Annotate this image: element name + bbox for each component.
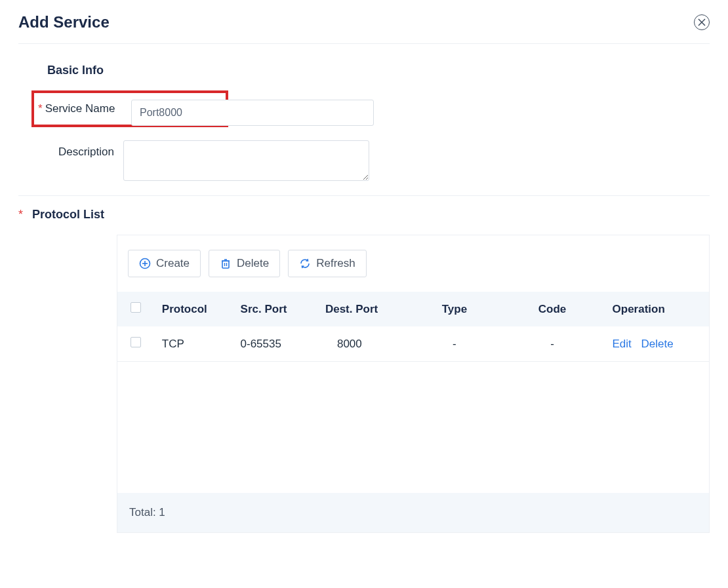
- trash-icon: [220, 258, 232, 269]
- delete-link[interactable]: Delete: [641, 338, 674, 350]
- header-code: Code: [500, 292, 605, 326]
- plus-circle-icon: [139, 258, 151, 269]
- description-label: Description: [18, 140, 123, 159]
- cell-protocol: TCP: [154, 326, 233, 362]
- select-all-checkbox[interactable]: [131, 302, 141, 313]
- cell-type: -: [409, 326, 500, 362]
- cell-operation: Edit Delete: [605, 326, 709, 362]
- row-checkbox[interactable]: [131, 337, 141, 347]
- table-spacer: [117, 362, 709, 493]
- svg-rect-5: [222, 261, 229, 268]
- refresh-button[interactable]: Refresh: [288, 250, 367, 277]
- protocol-toolbar: Create Delete Refresh: [117, 235, 709, 292]
- row-checkbox-cell: [117, 326, 154, 362]
- table-header-row: Protocol Src. Port Dest. Port Type Code …: [117, 292, 709, 326]
- service-name-label: *Service Name: [34, 102, 126, 115]
- service-name-input[interactable]: [131, 100, 374, 126]
- header-checkbox-cell: [117, 292, 154, 326]
- refresh-icon: [299, 258, 311, 269]
- modal-title: Add Service: [18, 13, 110, 31]
- required-asterisk: *: [38, 102, 43, 115]
- add-service-modal: Add Service Basic Info *Service Name Des…: [0, 0, 728, 559]
- header-dest-port: Dest. Port: [317, 292, 409, 326]
- divider: [18, 195, 710, 196]
- protocol-table: Protocol Src. Port Dest. Port Type Code …: [117, 292, 709, 493]
- edit-link[interactable]: Edit: [613, 338, 632, 350]
- service-name-row: *Service Name: [31, 90, 228, 127]
- required-asterisk: *: [18, 208, 23, 221]
- header-operation: Operation: [605, 292, 709, 326]
- table-footer: Total: 1: [117, 493, 709, 532]
- cell-src-port: 0-65535: [233, 326, 317, 362]
- header-src-port: Src. Port: [233, 292, 317, 326]
- cell-code: -: [500, 326, 605, 362]
- close-button[interactable]: [694, 14, 710, 30]
- create-button[interactable]: Create: [128, 250, 201, 277]
- basic-info-heading: Basic Info: [47, 64, 710, 77]
- description-input[interactable]: [123, 140, 369, 181]
- protocol-panel: Create Delete Refresh: [117, 235, 710, 533]
- close-icon: [698, 18, 706, 26]
- description-row: Description: [18, 140, 710, 181]
- table-row: TCP 0-65535 8000 - - Edit Delete: [117, 326, 709, 362]
- header-protocol: Protocol: [154, 292, 233, 326]
- modal-header: Add Service: [18, 13, 710, 44]
- header-type: Type: [409, 292, 500, 326]
- cell-dest-port: 8000: [317, 326, 409, 362]
- delete-button[interactable]: Delete: [209, 250, 280, 277]
- protocol-list-heading: * Protocol List: [18, 208, 710, 222]
